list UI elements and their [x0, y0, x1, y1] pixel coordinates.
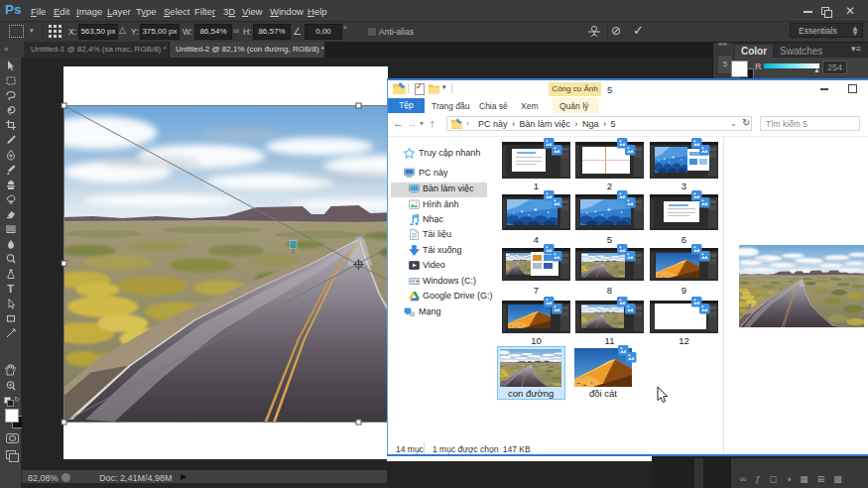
- svg-text:T: T: [7, 283, 14, 295]
